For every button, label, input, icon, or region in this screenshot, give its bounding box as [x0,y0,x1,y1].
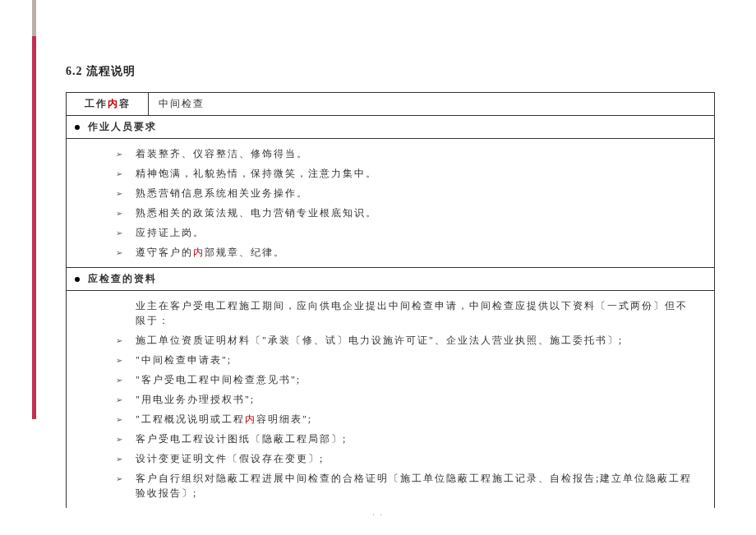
list-item-text: 客户自行组织对隐蔽工程进展中间检查的合格证明〔施工单位隐蔽工程施工记录、自检报告… [136,471,698,500]
triangle-icon: ➢ [116,394,124,406]
left-accent [32,0,36,419]
section-title: 作业人员要求 [88,120,157,134]
triangle-icon: ➢ [116,334,124,347]
list-item: ➢设计变更证明文件〔假设存在变更〕; [116,449,698,468]
list-item: ➢应持证上岗。 [116,223,698,242]
list-item-text: 精神饱满，礼貌热情，保持微笑，注意力集中。 [136,166,377,181]
document-page: 6.2 流程说明 工作内容 中间检查 作业人员要求 ➢着装整齐、仪容整洁、修饰得… [0,0,756,508]
triangle-icon: ➢ [116,187,124,200]
work-content-label: 工作内容 [67,93,149,116]
list-item-text: "客户受电工程中间检查意见书"; [136,372,301,387]
section-personnel-requirements: 作业人员要求 [67,116,715,139]
list-item: ➢"用电业务办理授权书"; [116,390,698,409]
triangle-icon: ➢ [116,473,124,485]
list-item: ➢熟悉相关的政策法规、电力营销专业根底知识。 [116,203,698,223]
header-row: 工作内容 中间检查 [67,93,715,116]
triangle-icon: ➢ [116,453,124,465]
list-item: ➢"客户受电工程中间检查意见书"; [116,370,698,390]
list-item: ➢遵守客户的内部规章、纪律。 [116,242,698,262]
bullet-icon [75,277,80,282]
triangle-icon: ➢ [116,433,124,445]
section-heading: 6.2 流程说明 [66,64,715,79]
triangle-icon: ➢ [116,354,124,367]
section-materials-to-check: 应检查的资料 [67,268,715,291]
page-number: . . [0,508,756,517]
list-item-text: 施工单位资质证明材料〔"承装〔修、试〕电力设施许可证"、企业法人营业执照、施工委… [136,333,623,348]
triangle-icon: ➢ [116,413,124,426]
list-item: ➢"中间检查申请表"; [116,350,698,370]
list-item: ➢施工单位资质证明材料〔"承装〔修、试〕电力设施许可证"、企业法人营业执照、施工… [116,330,698,350]
list-item: ➢客户自行组织对隐蔽工程进展中间检查的合格证明〔施工单位隐蔽工程施工记录、自检报… [116,468,698,503]
list-item-text: 客户受电工程设计图纸〔隐蔽工程局部〕; [136,431,347,446]
bullet-icon [75,125,80,130]
list-item: ➢精神饱满，礼貌热情，保持微笑，注意力集中。 [116,164,698,183]
work-content-value: 中间检查 [149,93,715,116]
triangle-icon: ➢ [116,247,124,259]
list-item: ➢着装整齐、仪容整洁、修饰得当。 [116,144,698,164]
triangle-icon: ➢ [116,207,124,219]
materials-list: 业主在客户受电工程施工期间，应向供电企业提出中间检查申请，中间检查应提供以下资料… [67,291,715,509]
list-item-text: "工程概况说明或工程内容明细表"; [136,412,312,427]
list-item: ➢客户受电工程设计图纸〔隐蔽工程局部〕; [116,429,698,449]
list-item-text: "中间检查申请表"; [136,353,232,367]
triangle-icon: ➢ [116,227,124,239]
triangle-icon: ➢ [116,148,124,160]
list-item-text: 熟悉相关的政策法规、电力营销专业根底知识。 [136,205,377,220]
list-item-text: 应持证上岗。 [136,225,205,240]
list-item-text: 着装整齐、仪容整洁、修饰得当。 [136,146,308,161]
list-item: ➢熟悉营销信息系统相关业务操作。 [116,183,698,203]
list-item: ➢"工程概况说明或工程内容明细表"; [116,409,698,429]
list-item-text: 熟悉营销信息系统相关业务操作。 [136,186,308,201]
list-item-text: 遵守客户的内部规章、纪律。 [136,245,285,260]
list-item-text: "用电业务办理授权书"; [136,392,255,407]
personnel-requirements-list: ➢着装整齐、仪容整洁、修饰得当。➢精神饱满，礼貌热情，保持微笑，注意力集中。➢熟… [67,139,715,268]
process-table: 工作内容 中间检查 作业人员要求 ➢着装整齐、仪容整洁、修饰得当。➢精神饱满，礼… [66,92,715,508]
section-title: 应检查的资料 [88,272,157,286]
list-item-text: 设计变更证明文件〔假设存在变更〕; [136,451,324,466]
triangle-icon: ➢ [116,168,124,180]
intro-text: 业主在客户受电工程施工期间，应向供电企业提出中间检查申请，中间检查应提供以下资料… [116,296,698,330]
triangle-icon: ➢ [116,374,124,386]
